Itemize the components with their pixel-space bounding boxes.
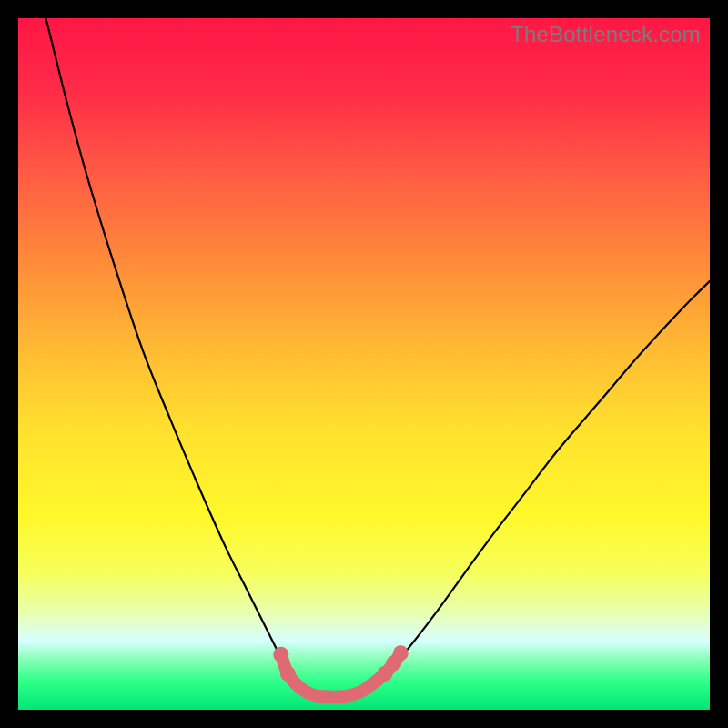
optimal-range-dot — [280, 666, 296, 682]
bottleneck-chart — [18, 18, 710, 710]
optimal-range-dot — [273, 647, 288, 662]
chart-frame: TheBottleneck.com — [18, 18, 710, 710]
watermark-text: TheBottleneck.com — [511, 22, 701, 47]
optimal-range-dot — [393, 645, 409, 661]
chart-background — [18, 18, 710, 710]
plot-area — [18, 18, 710, 710]
